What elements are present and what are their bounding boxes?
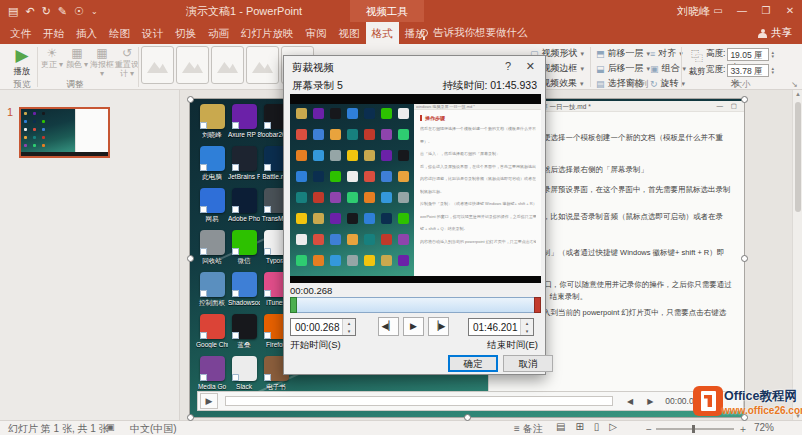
size-dialog-launcher-icon[interactable]: ↘ (791, 80, 798, 89)
play-preview-button[interactable]: ▶ 播放 (8, 46, 36, 76)
restore-icon[interactable]: ❐ (754, 0, 778, 22)
selection-handle[interactable] (741, 255, 748, 262)
button-海报框[interactable]: ▦海报框 ▾ (90, 46, 114, 78)
dialog-play-button[interactable]: ▶ (403, 317, 424, 336)
desktop-icon[interactable]: Google Chrome (196, 313, 228, 355)
selection-handle[interactable] (187, 255, 194, 262)
tell-me-box[interactable]: 告诉我你想要做什么 (420, 22, 528, 44)
desktop-icon[interactable]: 控制面板 (196, 271, 228, 313)
重置设计-icon: ↺ (115, 46, 139, 60)
view-幻灯片放映-icon[interactable]: ▷ (609, 421, 617, 432)
start-time-arrows[interactable]: ▴▾ (342, 319, 355, 335)
minimize-icon[interactable]: — (730, 0, 754, 22)
video-style-thumbnail[interactable] (176, 46, 209, 84)
move-back-icon[interactable]: ◀ (627, 397, 633, 406)
end-time-spinner[interactable]: 01:46.201 ▴▾ (468, 318, 534, 336)
trim-slider[interactable] (290, 297, 541, 313)
selection-handle[interactable] (741, 96, 748, 103)
selection-handle[interactable] (187, 96, 194, 103)
button-重置设计[interactable]: ↺重置设计 ▾ (115, 46, 139, 78)
close-icon[interactable]: ✕ (778, 0, 802, 22)
desktop-icon[interactable]: Shadowsocks (228, 271, 260, 313)
view-普通视图-icon[interactable]: ▤ (556, 421, 565, 432)
tab-切换[interactable]: 切换 (169, 22, 202, 44)
button-前移一层[interactable]: ⬒前移一层▾ (596, 46, 650, 61)
desktop-icon[interactable]: Axure RP 8 (228, 103, 260, 145)
scroll-up-icon[interactable]: ▲ (793, 91, 802, 97)
touch-icon[interactable]: ☉ (74, 5, 84, 18)
start-time-spinner[interactable]: 00:00.268 ▴▾ (290, 318, 356, 336)
width-spinner[interactable]: ▴▾ (771, 66, 774, 75)
ribbon-display-options-icon[interactable]: ▭ (706, 0, 730, 22)
video-style-thumbnail[interactable] (211, 46, 244, 84)
icon-label: JetBrains PyCharm (228, 173, 260, 180)
desktop-icon[interactable]: 微信 (228, 229, 260, 271)
tab-审阅[interactable]: 审阅 (300, 22, 333, 44)
trim-end-handle[interactable] (534, 297, 541, 313)
cancel-button[interactable]: 取消 (503, 355, 553, 372)
language-indicator[interactable]: 中文(中国) (130, 422, 177, 435)
tab-插入[interactable]: 插入 (70, 22, 103, 44)
trim-start-handle[interactable] (290, 297, 297, 313)
play-icon: ▶ (8, 46, 36, 66)
zoom-slider[interactable] (656, 428, 734, 430)
desktop-icon[interactable]: 此电脑 (196, 145, 228, 187)
adjust-group: ☀更正 ▾▦颜色 ▾▦海报框 ▾↺重置设计 ▾ (40, 46, 140, 78)
video-style-thumbnail[interactable] (246, 46, 279, 84)
video-style-thumbnail[interactable] (141, 46, 174, 84)
accessibility-icon[interactable]: ▣ (106, 422, 115, 432)
play-label: 播放 (8, 66, 36, 78)
desktop-icon[interactable]: JetBrains PyCharm (228, 145, 260, 187)
button-后移一层[interactable]: ⬓后移一层▾ (596, 61, 650, 76)
next-frame-button[interactable]: ▕▶ (428, 317, 449, 336)
tab-绘图[interactable]: 绘图 (103, 22, 136, 44)
slide-1-thumbnail[interactable] (19, 107, 110, 158)
end-time-arrows[interactable]: ▴▾ (520, 319, 533, 335)
dialog-close-icon[interactable]: ✕ (526, 60, 535, 73)
tab-格式[interactable]: 格式 (366, 22, 399, 44)
preview-app-icon (296, 192, 307, 203)
height-spinner[interactable]: ▴▾ (771, 50, 774, 59)
tab-开始[interactable]: 开始 (37, 22, 70, 44)
view-幻灯片浏览-icon[interactable]: ⊞ (575, 421, 583, 432)
selection-handle[interactable] (464, 414, 471, 421)
desktop-icon[interactable]: Adobe Photoshop (228, 187, 260, 229)
move-forward-icon[interactable]: ▶ (647, 397, 653, 406)
view-阅读视图-icon[interactable]: ▯ (594, 421, 600, 432)
desktop-icon[interactable]: 回收站 (196, 229, 228, 271)
tab-设计[interactable]: 设计 (136, 22, 169, 44)
previous-frame-button[interactable]: ◀▏ (378, 317, 399, 336)
redo-icon[interactable]: ↻ (42, 5, 51, 18)
playback-progress-track[interactable] (225, 396, 613, 406)
height-field[interactable]: 19.05 厘米 (727, 48, 769, 61)
notes-toggle[interactable]: ≡ 备注 (514, 422, 543, 435)
zoom-out-icon[interactable]: − (646, 424, 652, 435)
desktop-icon[interactable]: 刘晓峰 (196, 103, 228, 145)
tab-文件[interactable]: 文件 (4, 22, 37, 44)
undo-icon[interactable]: ↶ (25, 5, 34, 18)
scrollbar-thumb[interactable] (795, 102, 801, 212)
preview-app-icon (330, 129, 341, 140)
save-icon[interactable]: ▤ (8, 5, 18, 18)
button-更正[interactable]: ☀更正 ▾ (40, 46, 64, 78)
ink-icon[interactable]: ✎ (58, 5, 67, 18)
tab-动画[interactable]: 动画 (202, 22, 235, 44)
width-field[interactable]: 33.78 厘米 (727, 64, 769, 77)
playback-play-button[interactable]: ▶ (200, 393, 218, 409)
vertical-scrollbar[interactable]: ▲ ▼ (792, 90, 802, 420)
desktop-icon[interactable]: 网易 (196, 187, 228, 229)
tab-视图[interactable]: 视图 (333, 22, 366, 44)
thumbnail-icon-dot (42, 136, 45, 139)
share-button[interactable]: 共享 (758, 22, 792, 44)
button-label: 更正 ▾ (40, 61, 64, 70)
help-icon[interactable]: ? (505, 60, 511, 72)
selection-handle[interactable] (187, 414, 194, 421)
preview-app-icon (364, 213, 375, 224)
ok-button[interactable]: 确定 (448, 355, 498, 372)
preview-app-icon (347, 255, 358, 266)
tab-幻灯片放映[interactable]: 幻灯片放映 (235, 22, 300, 44)
qat-more-icon[interactable]: ⌄ (91, 7, 98, 16)
desktop-icon[interactable]: 蓝叠 (228, 313, 260, 355)
button-颜色[interactable]: ▦颜色 ▾ (65, 46, 89, 78)
zoom-slider-handle[interactable] (692, 425, 695, 433)
